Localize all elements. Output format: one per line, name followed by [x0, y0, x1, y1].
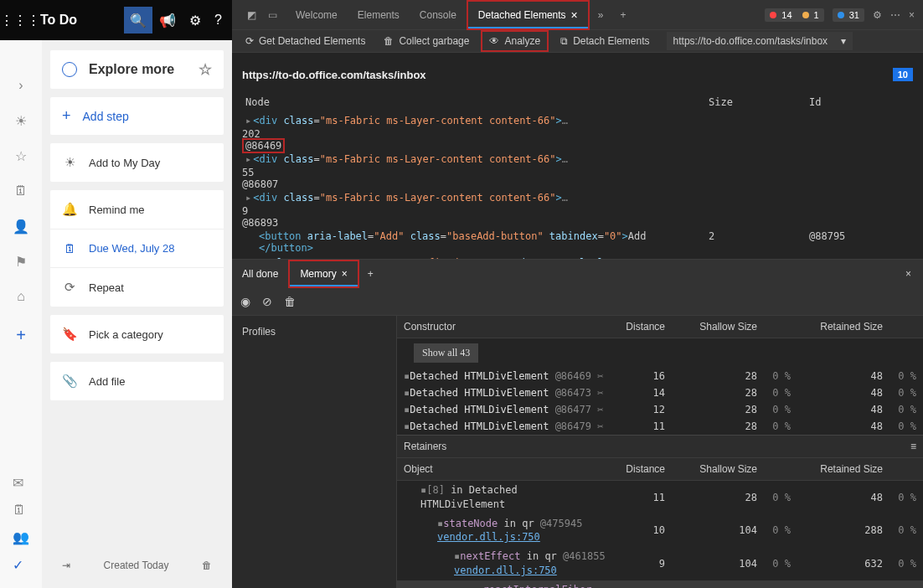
- inspect-icon[interactable]: ◩: [247, 9, 256, 21]
- add-tab-icon[interactable]: +: [611, 9, 634, 21]
- devtools-panel: ◩ ▭ Welcome Elements Console Detached El…: [232, 0, 923, 588]
- retainers-header: Retainers≡: [397, 435, 923, 458]
- show-all-button[interactable]: Show all 43: [414, 343, 478, 363]
- due-date[interactable]: 🗓Due Wed, July 28: [50, 229, 224, 267]
- more-tabs-icon[interactable]: »: [590, 9, 612, 21]
- device-icon[interactable]: ▭: [268, 9, 277, 21]
- col-retained[interactable]: Retained Size: [791, 321, 883, 333]
- person-icon[interactable]: 👤: [0, 214, 42, 238]
- col-shallow[interactable]: Shallow Size: [665, 321, 757, 333]
- settings-icon[interactable]: ⚙: [873, 9, 882, 21]
- search-button[interactable]: 🔍: [124, 7, 152, 34]
- add-step-button[interactable]: +Add step: [50, 97, 224, 135]
- eye-icon: 👁: [489, 35, 499, 47]
- flag-icon[interactable]: ⚑: [0, 250, 42, 273]
- get-detached-button[interactable]: ⟳Get Detached Elements: [239, 32, 372, 50]
- col-retained2[interactable]: Retained Size: [791, 463, 883, 475]
- close-drawer-icon[interactable]: ×: [894, 268, 923, 280]
- col-shallow2[interactable]: Shallow Size: [665, 463, 757, 475]
- close-devtools-icon[interactable]: ×: [909, 9, 915, 21]
- tab-detached-elements[interactable]: Detached Elements×: [467, 0, 590, 30]
- task-detail-pane: Explore more ☆ +Add step ☀Add to My Day …: [42, 40, 232, 588]
- detached-row[interactable]: <button aria-label="Add" class="baseAdd-…: [242, 229, 913, 255]
- detached-count: 10: [893, 68, 913, 81]
- detach-button[interactable]: ⧉Detach Elements: [554, 32, 656, 50]
- tab-memory[interactable]: Memory×: [288, 260, 358, 288]
- app-header: ⋮⋮⋮ To Do 🔍 📢 ⚙ ?: [0, 0, 232, 40]
- info-badge[interactable]: 31: [833, 8, 864, 22]
- tab-welcome[interactable]: Welcome: [286, 0, 348, 30]
- complete-circle-icon[interactable]: [62, 62, 77, 77]
- add-list-button[interactable]: +: [0, 323, 42, 347]
- retainer-row[interactable]: ▪stateNode in qr @475945vendor.dll.js:75…: [397, 514, 923, 548]
- task-title: Explore more: [89, 62, 174, 77]
- close-icon[interactable]: ×: [571, 8, 578, 22]
- add-my-day-label: Add to My Day: [89, 157, 160, 169]
- mail-icon[interactable]: ✉: [13, 475, 29, 491]
- retainer-row[interactable]: ▪[8] in Detached HTMLDivElement11280 %48…: [397, 481, 923, 514]
- detached-row[interactable]: ▸<div class="ms-Fabric ms-Layer-content …: [242, 190, 913, 205]
- add-file[interactable]: 📎Add file: [50, 362, 224, 400]
- errors-badge[interactable]: 141: [765, 8, 823, 22]
- detached-toolbar: ⟳Get Detached Elements 🗑Collect garbage …: [232, 30, 923, 53]
- detached-row[interactable]: ▸<div class="ms-Fabric ms-Layer-content …: [242, 113, 913, 128]
- task-title-card[interactable]: Explore more ☆: [50, 50, 224, 89]
- analyze-button[interactable]: 👁Analyze: [481, 30, 549, 52]
- calendar-icon[interactable]: 🗓: [0, 179, 42, 203]
- star-outline-icon[interactable]: ☆: [199, 60, 212, 79]
- heap-row[interactable]: ▪Detached HTMLDivElement @86477 ✂12280 %…: [397, 401, 923, 418]
- trash-icon[interactable]: 🗑: [202, 560, 212, 571]
- detached-row[interactable]: ▸<div class="ms-Fabric ms-Layer-content …: [242, 152, 913, 167]
- add-drawer-tab[interactable]: +: [359, 268, 382, 280]
- sun-icon[interactable]: ☀: [0, 109, 42, 132]
- waffle-icon[interactable]: ⋮⋮⋮: [0, 0, 40, 40]
- repeat[interactable]: ⟳Repeat: [50, 267, 224, 307]
- detach-icon: ⧉: [560, 35, 568, 47]
- add-to-my-day[interactable]: ☀Add to My Day: [50, 143, 224, 182]
- chevron-right-icon[interactable]: ›: [0, 74, 42, 97]
- clear-icon[interactable]: ⊘: [262, 295, 272, 308]
- created-label: Created Today: [82, 560, 190, 571]
- detail-footer: ⇥ Created Today 🗑: [50, 553, 224, 578]
- megaphone-icon[interactable]: 📢: [159, 13, 176, 28]
- col-size[interactable]: Size: [709, 96, 809, 108]
- tab-all-done[interactable]: All done: [232, 260, 288, 288]
- heap-row[interactable]: ▪Detached HTMLDivElement @86479 ✂11280 %…: [397, 418, 923, 435]
- retainers-menu-icon[interactable]: ≡: [910, 441, 916, 452]
- repeat-label: Repeat: [89, 281, 124, 294]
- drawer-tabs: All done Memory× + ×: [232, 259, 923, 287]
- url-select[interactable]: https://to-do.office.com/tasks/inbox▾: [667, 32, 853, 50]
- record-icon[interactable]: ◉: [240, 295, 250, 308]
- col-distance[interactable]: Distance: [606, 321, 665, 333]
- tab-elements[interactable]: Elements: [348, 0, 410, 30]
- tab-console[interactable]: Console: [410, 0, 467, 30]
- heap-row[interactable]: ▪Detached HTMLDivElement @86469 ✂16280 %…: [397, 368, 923, 384]
- memory-toolbar: ◉ ⊘ 🗑: [232, 287, 923, 316]
- collapse-icon[interactable]: ⇥: [62, 560, 70, 571]
- pick-category[interactable]: 🔖Pick a category: [50, 315, 224, 353]
- retainer-row[interactable]: ▪_reactInternalFiber inapp.js:498680 %29…: [397, 580, 923, 588]
- menu-icon[interactable]: ⋯: [890, 9, 900, 21]
- col-node[interactable]: Node: [245, 96, 709, 108]
- heap-row[interactable]: ▪Detached HTMLDivElement @86473 ✂14280 %…: [397, 384, 923, 401]
- help-icon[interactable]: ?: [214, 13, 222, 28]
- check-icon[interactable]: ✓: [13, 557, 29, 573]
- col-distance2[interactable]: Distance: [606, 463, 665, 475]
- home-icon[interactable]: ⌂: [0, 285, 42, 308]
- add-file-label: Add file: [89, 375, 125, 388]
- profiles-label: Profiles: [232, 316, 396, 348]
- col-constructor[interactable]: Constructor: [404, 321, 606, 333]
- collect-garbage-button[interactable]: 🗑Collect garbage: [377, 32, 476, 50]
- detached-url: https://to-do.office.com/tasks/inbox: [242, 69, 426, 81]
- gear-icon[interactable]: ⚙: [189, 13, 201, 28]
- delete-icon[interactable]: 🗑: [284, 295, 296, 308]
- col-object[interactable]: Object: [404, 463, 606, 475]
- refresh-icon: ⟳: [245, 35, 254, 47]
- people-icon[interactable]: 👥: [13, 529, 29, 545]
- retainer-row[interactable]: ▪nextEffect in qr @461855vendor.dll.js:7…: [397, 547, 923, 580]
- close2-icon[interactable]: ×: [342, 268, 348, 280]
- star-icon[interactable]: ☆: [0, 144, 42, 168]
- calendar2-icon[interactable]: 🗓: [13, 503, 29, 518]
- remind-me[interactable]: 🔔Remind me: [50, 190, 224, 229]
- col-id[interactable]: Id: [809, 96, 910, 108]
